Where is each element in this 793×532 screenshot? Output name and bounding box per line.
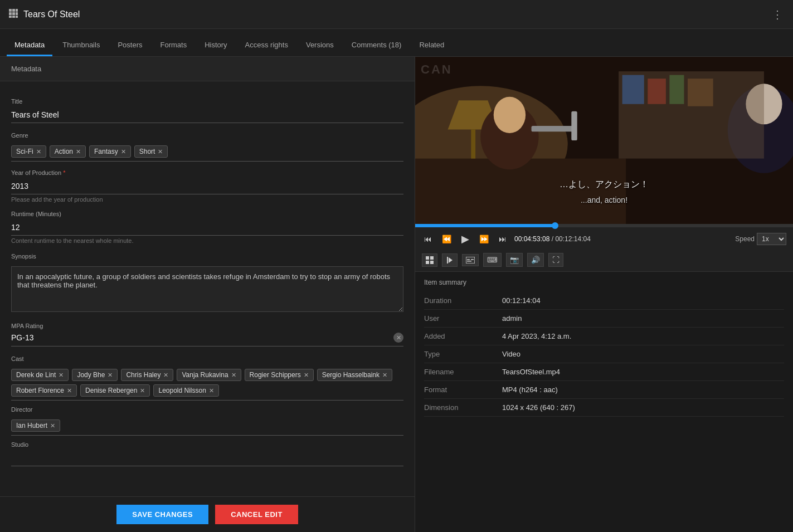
user-val: admin bbox=[502, 314, 522, 323]
camera-button[interactable]: 📷 bbox=[506, 253, 523, 267]
remove-rogier[interactable]: ✕ bbox=[304, 372, 309, 379]
remove-action[interactable]: ✕ bbox=[76, 148, 81, 155]
app-title: Tears Of Steel bbox=[23, 9, 80, 19]
remove-jody[interactable]: ✕ bbox=[108, 372, 113, 379]
tab-thumbnails[interactable]: Thumbnails bbox=[55, 35, 108, 56]
tab-related[interactable]: Related bbox=[411, 35, 452, 56]
svg-rect-11 bbox=[415, 159, 626, 224]
metadata-heading: Metadata bbox=[0, 57, 415, 81]
remove-robert[interactable]: ✕ bbox=[67, 387, 72, 394]
director-tags: Ian Hubert ✕ bbox=[11, 416, 403, 436]
remove-vanja[interactable]: ✕ bbox=[231, 372, 236, 379]
tab-formats[interactable]: Formats bbox=[152, 35, 194, 56]
item-summary: Item summary Duration 00:12:14:04 User a… bbox=[415, 272, 793, 532]
video-watermark: CAN bbox=[421, 62, 453, 77]
remove-fantasy[interactable]: ✕ bbox=[121, 148, 126, 155]
summary-duration: Duration 00:12:14:04 bbox=[424, 292, 784, 310]
keyboard-button[interactable]: ⌨ bbox=[483, 253, 502, 267]
remove-short[interactable]: ✕ bbox=[158, 148, 163, 155]
layout-button[interactable] bbox=[422, 253, 437, 267]
progress-fill bbox=[415, 224, 555, 227]
filename-val: TearsOfSteel.mp4 bbox=[502, 368, 560, 376]
audio-button[interactable]: 🔊 bbox=[527, 253, 544, 267]
summary-user: User admin bbox=[424, 310, 784, 328]
svg-rect-8 bbox=[16, 16, 18, 18]
format-val: MP4 (h264 : aac) bbox=[502, 385, 558, 394]
summary-filename: Filename TearsOfSteel.mp4 bbox=[424, 363, 784, 381]
progress-bar[interactable] bbox=[415, 224, 793, 227]
tab-access-rights[interactable]: Access rights bbox=[237, 35, 296, 56]
skip-to-start-button[interactable]: ⏮ bbox=[422, 233, 434, 245]
menu-icon[interactable]: ⋮ bbox=[772, 8, 784, 21]
svg-rect-5 bbox=[16, 12, 18, 15]
remove-ian[interactable]: ✕ bbox=[50, 422, 55, 429]
genre-tag-action: Action ✕ bbox=[50, 145, 86, 158]
speed-select[interactable]: 1x 0.5x 2x bbox=[757, 233, 786, 245]
tab-posters[interactable]: Posters bbox=[110, 35, 150, 56]
metadata-panel: Metadata Title Genre Sci-Fi ✕ Action ✕ F… bbox=[0, 57, 415, 532]
dimension-val: 1024 x 426 (640 : 267) bbox=[502, 403, 575, 412]
summary-dimension: Dimension 1024 x 426 (640 : 267) bbox=[424, 399, 784, 417]
tab-versions[interactable]: Versions bbox=[298, 35, 342, 56]
remove-denise[interactable]: ✕ bbox=[140, 387, 145, 394]
player-controls-row1: ⏮ ⏪ ▶ ⏩ ⏭ 00:04:53:08 / 00:12:14:04 Spee… bbox=[415, 227, 793, 251]
svg-rect-4 bbox=[12, 12, 15, 15]
speed-control: Speed 1x 0.5x 2x bbox=[735, 233, 786, 245]
play-pause-button[interactable]: ▶ bbox=[459, 232, 471, 246]
year-label: Year of Production bbox=[11, 169, 403, 176]
svg-rect-34 bbox=[467, 261, 471, 262]
svg-rect-25 bbox=[426, 256, 429, 260]
svg-rect-1 bbox=[12, 9, 15, 12]
added-key: Added bbox=[424, 332, 502, 340]
genre-tag-fantasy: Fantasy ✕ bbox=[89, 145, 131, 158]
mpa-clear-button[interactable]: ✕ bbox=[393, 333, 403, 343]
form-section: Title Genre Sci-Fi ✕ Action ✕ Fantasy ✕ bbox=[0, 81, 415, 471]
svg-rect-23 bbox=[669, 75, 684, 104]
genre-label: Genre bbox=[11, 132, 403, 139]
time-current: 00:04:53:08 bbox=[514, 235, 549, 243]
svg-rect-16 bbox=[532, 126, 575, 131]
tab-metadata[interactable]: Metadata bbox=[7, 35, 52, 56]
speed-label: Speed bbox=[735, 235, 755, 243]
remove-scifi[interactable]: ✕ bbox=[36, 148, 41, 155]
summary-added: Added 4 Apr 2023, 4:12 a.m. bbox=[424, 328, 784, 345]
subtitles-button[interactable] bbox=[462, 254, 479, 266]
tab-history[interactable]: History bbox=[197, 35, 235, 56]
step-back-button[interactable]: ⏪ bbox=[440, 233, 454, 245]
remove-leopold[interactable]: ✕ bbox=[209, 387, 214, 394]
summary-heading: Item summary bbox=[424, 279, 784, 286]
runtime-input[interactable] bbox=[11, 221, 403, 236]
app-title-area: Tears Of Steel bbox=[9, 9, 80, 20]
cast-derek: Derek de Lint ✕ bbox=[11, 369, 69, 381]
cast-tags: Derek de Lint ✕ Jody Bhe ✕ Chris Haley ✕… bbox=[11, 365, 403, 401]
studio-input[interactable] bbox=[11, 451, 403, 466]
synopsis-textarea[interactable]: In an apocalyptic future, a group of sol… bbox=[11, 266, 403, 312]
video-player: CAN …よし、アクション！ ...and, action! bbox=[415, 57, 793, 224]
title-input[interactable] bbox=[11, 108, 403, 123]
main-layout: Metadata Title Genre Sci-Fi ✕ Action ✕ F… bbox=[0, 57, 793, 532]
remove-sergio[interactable]: ✕ bbox=[382, 372, 387, 379]
skip-to-end-button[interactable]: ⏭ bbox=[497, 233, 509, 245]
cancel-button[interactable]: CANCEL EDIT bbox=[215, 505, 298, 524]
remove-chris[interactable]: ✕ bbox=[163, 372, 168, 379]
synopsis-label: Synopsis bbox=[11, 253, 403, 260]
cast-robert: Robert Florence ✕ bbox=[11, 384, 77, 397]
year-input[interactable] bbox=[11, 179, 403, 194]
step-forward-button[interactable]: ⏩ bbox=[477, 233, 491, 245]
svg-rect-6 bbox=[9, 16, 12, 18]
svg-rect-3 bbox=[9, 12, 12, 15]
genre-tag-short: Short ✕ bbox=[134, 145, 168, 158]
fullscreen-button[interactable]: ⛶ bbox=[548, 253, 563, 267]
director-label: Director bbox=[11, 406, 403, 413]
remove-derek[interactable]: ✕ bbox=[59, 372, 64, 379]
save-button[interactable]: SAVE CHANGES bbox=[116, 505, 208, 524]
duration-val: 00:12:14:04 bbox=[502, 296, 541, 305]
cast-jody: Jody Bhe ✕ bbox=[72, 369, 118, 381]
svg-rect-24 bbox=[688, 79, 713, 106]
mpa-rating-wrap: PG-13 ✕ bbox=[11, 333, 403, 346]
svg-point-15 bbox=[494, 97, 526, 133]
in-point-button[interactable] bbox=[442, 253, 458, 267]
genre-tags: Sci-Fi ✕ Action ✕ Fantasy ✕ Short ✕ bbox=[11, 142, 403, 162]
svg-rect-7 bbox=[12, 16, 15, 18]
tab-comments[interactable]: Comments (18) bbox=[344, 35, 410, 56]
